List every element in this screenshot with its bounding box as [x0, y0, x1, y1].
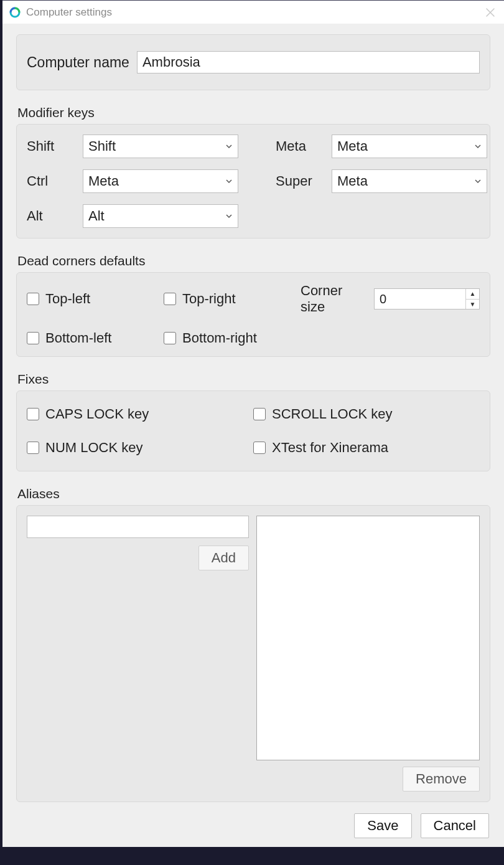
alias-input[interactable] [27, 516, 249, 538]
computer-name-group: Computer name [16, 34, 490, 90]
ctrl-label: Ctrl [27, 173, 83, 189]
checkbox-icon [164, 293, 176, 305]
dialog-footer: Save Cancel [16, 811, 490, 838]
chevron-down-icon [474, 143, 482, 150]
fixes-heading: Fixes [17, 372, 490, 387]
checkbox-icon [27, 332, 39, 344]
chevron-down-icon [225, 143, 233, 150]
caps-lock-checkbox[interactable]: CAPS LOCK key [27, 406, 253, 422]
top-right-checkbox[interactable]: Top-right [164, 291, 301, 307]
alt-label: Alt [27, 208, 83, 224]
corner-size-spinbox[interactable]: 0 ▲ ▼ [374, 288, 480, 310]
checkbox-icon [27, 293, 39, 305]
alt-select[interactable]: Alt [83, 204, 238, 228]
shift-select-value: Shift [88, 138, 116, 154]
top-left-checkbox[interactable]: Top-left [27, 291, 164, 307]
num-lock-checkbox[interactable]: NUM LOCK key [27, 440, 253, 456]
meta-select-value: Meta [337, 138, 368, 154]
computer-name-label: Computer name [27, 54, 129, 71]
bottom-left-label: Bottom-left [45, 330, 111, 346]
computer-name-input[interactable] [137, 51, 480, 73]
bottom-left-checkbox[interactable]: Bottom-left [27, 330, 164, 346]
app-icon [9, 6, 21, 19]
chevron-down-icon [474, 177, 482, 185]
dead-corners-section: Dead corners defaults Top-left Top-right… [16, 247, 490, 357]
super-label: Super [276, 173, 332, 189]
corner-size-value: 0 [375, 289, 465, 309]
bottom-right-label: Bottom-right [182, 330, 257, 346]
ctrl-select-value: Meta [88, 173, 119, 189]
close-icon[interactable] [483, 7, 498, 17]
corner-size-label: Corner size [301, 283, 374, 315]
checkbox-icon [164, 332, 176, 344]
checkbox-icon [253, 442, 266, 454]
caps-lock-label: CAPS LOCK key [45, 406, 149, 422]
meta-select[interactable]: Meta [332, 135, 487, 158]
remove-button[interactable]: Remove [403, 767, 480, 792]
settings-dialog: Computer settings Computer name Modifier… [2, 0, 504, 847]
top-right-label: Top-right [182, 291, 236, 307]
xtest-checkbox[interactable]: XTest for Xinerama [253, 440, 480, 456]
shift-select[interactable]: Shift [83, 135, 238, 158]
aliases-section: Aliases Add Remove [16, 480, 490, 802]
cancel-button[interactable]: Cancel [421, 813, 489, 838]
dialog-content: Computer name Modifier keys Shift Shift … [2, 24, 504, 847]
ctrl-select[interactable]: Meta [83, 169, 238, 193]
window-title: Computer settings [26, 6, 112, 19]
meta-label: Meta [276, 138, 332, 154]
scroll-lock-label: SCROLL LOCK key [272, 406, 393, 422]
fixes-section: Fixes CAPS LOCK key SCROLL LOCK key NUM … [16, 366, 490, 471]
checkbox-icon [27, 442, 39, 454]
num-lock-label: NUM LOCK key [45, 440, 142, 456]
modifier-keys-heading: Modifier keys [17, 105, 490, 120]
shift-label: Shift [27, 138, 83, 154]
xtest-label: XTest for Xinerama [272, 440, 388, 456]
super-select-value: Meta [337, 173, 368, 189]
scroll-lock-checkbox[interactable]: SCROLL LOCK key [253, 406, 480, 422]
modifier-keys-section: Modifier keys Shift Shift Meta Meta Ctrl [16, 99, 490, 239]
checkbox-icon [27, 408, 39, 420]
chevron-down-icon [225, 177, 233, 185]
dead-corners-heading: Dead corners defaults [17, 253, 490, 268]
chevron-down-icon [225, 212, 233, 220]
top-left-label: Top-left [45, 291, 90, 307]
save-button[interactable]: Save [354, 813, 411, 838]
spin-up-icon[interactable]: ▲ [466, 289, 479, 299]
super-select[interactable]: Meta [332, 169, 487, 193]
spin-down-icon[interactable]: ▼ [466, 299, 479, 310]
aliases-heading: Aliases [17, 486, 490, 501]
bottom-right-checkbox[interactable]: Bottom-right [164, 330, 301, 346]
aliases-list[interactable] [256, 516, 480, 760]
checkbox-icon [253, 408, 266, 420]
alt-select-value: Alt [88, 208, 105, 224]
titlebar: Computer settings [2, 1, 504, 24]
add-button[interactable]: Add [198, 546, 249, 570]
